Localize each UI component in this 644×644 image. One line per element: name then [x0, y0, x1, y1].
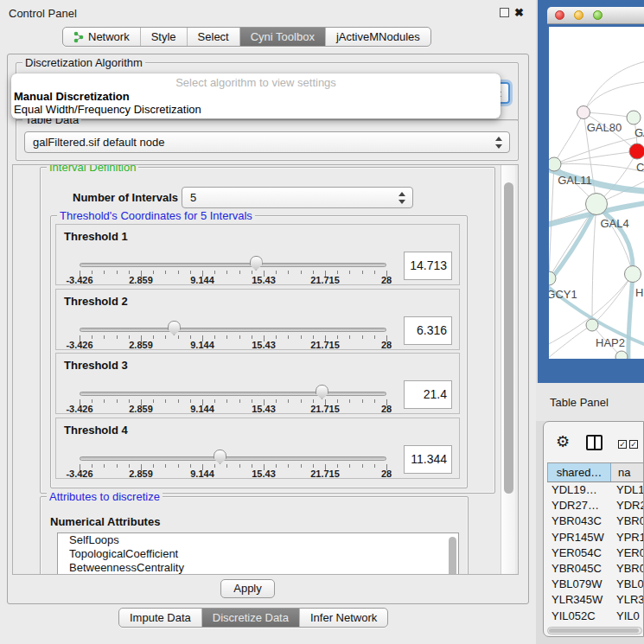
minimize-traffic-light[interactable]	[574, 10, 583, 20]
table-row[interactable]: YIL052CYIL0	[547, 609, 644, 624]
shared-name-cell[interactable]: YER054C	[547, 545, 611, 561]
attribute-item[interactable]: TopologicalCoefficient	[58, 547, 458, 561]
name-cell[interactable]: YDR2	[611, 498, 644, 513]
threshold-value-field[interactable]: 6.316	[404, 316, 452, 345]
tick-mark	[288, 464, 289, 468]
shared-name-cell[interactable]: YBR043C	[547, 513, 611, 529]
table-row[interactable]: YER054CYER0	[547, 545, 644, 561]
tick-mark	[178, 271, 179, 274]
table-data-select[interactable]: galFiltered.sif default node	[24, 131, 510, 153]
threshold-value-field[interactable]: 21.4	[404, 380, 452, 409]
threshold-slider-thumb[interactable]	[214, 450, 226, 464]
checkbox-icon[interactable]: ✓	[618, 440, 627, 449]
tick-mark	[178, 464, 179, 468]
network-edge[interactable]	[554, 112, 583, 164]
name-cell[interactable]: YLR3	[611, 592, 644, 608]
network-canvas[interactable]: GAL80GACGAL11GAL4GCY1HHAP2	[549, 27, 644, 359]
table-row[interactable]: YPR145WYPR1	[547, 530, 644, 545]
tab-discretize-data[interactable]: Discretize Data	[202, 609, 300, 627]
shared-name-cell[interactable]: YBR045C	[547, 561, 611, 577]
tick-mark	[349, 271, 350, 274]
threshold-slider-track[interactable]	[80, 392, 386, 396]
name-cell[interactable]: YBR0	[611, 561, 644, 577]
h-node[interactable]	[625, 266, 641, 283]
checkbox-icon[interactable]: ✓	[629, 440, 638, 449]
table-row[interactable]: YBL079WYBL0	[547, 577, 644, 592]
number-of-intervals-value: 5	[190, 191, 196, 204]
network-edge[interactable]	[549, 325, 592, 359]
threshold-slider-thumb[interactable]	[250, 256, 263, 271]
red-node[interactable]	[629, 143, 644, 159]
column-header-name[interactable]: na	[611, 463, 644, 481]
tick-mark	[349, 464, 350, 468]
float-window-icon[interactable]	[500, 8, 509, 17]
shared-name-cell[interactable]: YDL19…	[547, 482, 611, 498]
tab-jactivemnodules[interactable]: jActiveMNodules	[326, 28, 430, 46]
shared-name-cell[interactable]: YBL079W	[547, 577, 611, 592]
panel-title: Control Panel	[9, 7, 77, 20]
threshold-slider-track[interactable]	[80, 328, 386, 332]
top-right-node[interactable]	[627, 111, 641, 124]
shared-name-cell[interactable]: YDR27…	[547, 498, 611, 513]
column-header-shared-name[interactable]: shared…	[547, 463, 611, 481]
shared-name-cell[interactable]: YLR345W	[547, 592, 611, 608]
panel-scrollbar-thumb[interactable]	[504, 182, 513, 494]
algorithm-option-equal-width[interactable]: Equal Width/Frequency Discretization	[14, 103, 201, 116]
name-cell[interactable]: YIL0	[611, 609, 644, 624]
algorithm-option-manual[interactable]: Manual Discretization	[14, 90, 130, 103]
gear-icon[interactable]: ⚙	[556, 432, 570, 451]
panel-scrollbar[interactable]	[501, 165, 515, 575]
network-edge[interactable]	[583, 61, 644, 112]
zoom-traffic-light[interactable]	[593, 10, 603, 20]
table-row[interactable]: YDL19…YDL1	[547, 482, 644, 498]
threshold-value-field[interactable]: 14.713	[404, 252, 452, 280]
name-cell[interactable]: YDL1	[611, 482, 644, 498]
close-icon[interactable]: ✖	[514, 6, 524, 19]
table-scrollbar-thumb[interactable]	[549, 628, 639, 633]
close-traffic-light[interactable]	[555, 10, 564, 20]
attribute-item[interactable]: BetweennessCentrality	[58, 561, 458, 575]
threshold-value-field[interactable]: 11.344	[404, 445, 452, 474]
apply-button[interactable]: Apply	[220, 579, 275, 598]
threshold-slider-thumb[interactable]	[168, 321, 181, 335]
tab-select[interactable]: Select	[188, 28, 240, 46]
table-row[interactable]: YLR345WYLR3	[547, 592, 644, 608]
tab-infer-network[interactable]: Infer Network	[300, 609, 387, 627]
table-row[interactable]: YDR27…YDR2	[547, 498, 644, 513]
threshold-label: Threshold 4	[64, 424, 128, 437]
tick-mark	[178, 399, 179, 403]
hap2-node[interactable]	[586, 319, 598, 331]
threshold-slider-track[interactable]	[80, 456, 386, 461]
gal11-node[interactable]	[549, 157, 561, 171]
name-cell[interactable]: YPR1	[611, 530, 644, 545]
bottom-node[interactable]	[615, 351, 628, 359]
network-edge[interactable]	[554, 151, 637, 164]
gal80-node[interactable]	[577, 106, 590, 119]
name-cell[interactable]: YBL0	[611, 577, 644, 592]
table-row[interactable]: YBR043CYBR0	[547, 513, 644, 529]
tab-style[interactable]: Style	[141, 28, 188, 46]
threshold-slider-thumb[interactable]	[316, 385, 328, 399]
list-scrollbar[interactable]	[449, 537, 456, 575]
split-columns-icon[interactable]	[586, 435, 603, 450]
tab-cyni-toolbox[interactable]: Cyni Toolbox	[240, 28, 326, 46]
name-cell[interactable]: YBR0	[611, 513, 644, 529]
table-horizontal-scrollbar[interactable]	[547, 627, 642, 634]
table-row[interactable]: YBR045CYBR0	[547, 561, 644, 577]
attribute-item[interactable]: SelfLoops	[58, 533, 458, 547]
network-edge[interactable]	[554, 164, 644, 172]
gal4-node[interactable]	[586, 194, 608, 215]
numerical-attributes-list[interactable]: SelfLoopsTopologicalCoefficientBetweenne…	[57, 532, 459, 575]
threshold-row-3: Threshold 3-3.4262.8599.14415.4321.71528…	[55, 353, 460, 414]
tab-network[interactable]: Network	[63, 28, 141, 46]
network-edge[interactable]	[592, 204, 596, 325]
name-cell[interactable]: YER0	[611, 545, 644, 561]
node-label: GA	[634, 126, 644, 139]
shared-name-cell[interactable]: YIL052C	[547, 609, 611, 624]
network-icon	[73, 31, 84, 43]
number-of-intervals-select[interactable]: 5	[182, 187, 413, 208]
tab-impute-data[interactable]: Impute Data	[119, 609, 202, 627]
shared-name-cell[interactable]: YPR145W	[547, 530, 611, 545]
tick-mark	[337, 271, 338, 274]
threshold-slider-track[interactable]	[80, 263, 386, 267]
